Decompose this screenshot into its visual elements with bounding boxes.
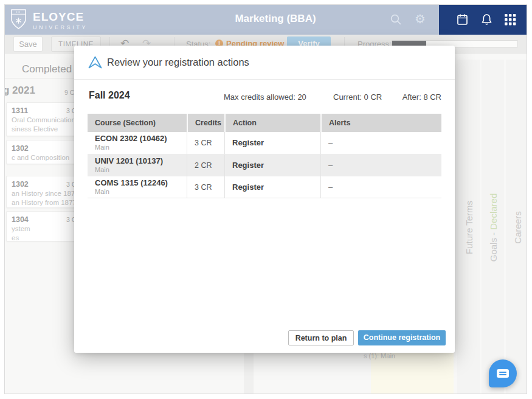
course-cell: COMS 1315 (12246) Main xyxy=(88,176,187,198)
col-header-alerts: Alerts xyxy=(320,114,441,132)
completed-section-heading: Completed xyxy=(22,63,72,75)
term-column-divider xyxy=(244,349,254,394)
course-cell: UNIV 1201 (10137) Main xyxy=(88,154,187,176)
shield-logo-icon xyxy=(10,8,27,33)
logo-text: ELOYCE UNIVERSITY xyxy=(33,11,88,30)
app-header: ELOYCE UNIVERSITY Marketing (BBA) ⚙ xyxy=(5,5,527,35)
goals-status-text: Declared xyxy=(488,193,498,229)
search-icon[interactable] xyxy=(389,13,402,29)
col-header-credits: Credits xyxy=(187,114,224,132)
course-code: UNIV 1201 (10137) xyxy=(95,156,187,166)
after-credits-stat: After: 8 CR xyxy=(402,92,441,102)
course-cell: ECON 2302 (10462) Main xyxy=(88,132,187,154)
table-row: COMS 1315 (12246) Main 3 CR Register – xyxy=(88,176,441,198)
course-text-fragment: s (1): Main xyxy=(364,352,395,359)
modal-divider xyxy=(74,79,455,80)
calendar-icon[interactable] xyxy=(456,13,469,29)
future-terms-label: Future Terms xyxy=(463,200,474,254)
logo-name: ELOYCE xyxy=(33,11,88,23)
bell-icon[interactable] xyxy=(480,13,494,29)
alerts-cell: – xyxy=(320,176,441,198)
chat-icon-line xyxy=(499,374,506,375)
careers-panel[interactable]: Careers xyxy=(506,60,527,394)
chat-message-icon xyxy=(497,369,509,378)
return-to-plan-button[interactable]: Return to plan xyxy=(288,330,354,345)
chat-icon-line xyxy=(499,372,506,373)
university-logo: ELOYCE UNIVERSITY xyxy=(10,8,88,33)
alerts-cell: – xyxy=(320,154,441,176)
chat-launcher-button[interactable] xyxy=(489,359,517,387)
modal-title: Review your registration actions xyxy=(107,57,249,68)
goals-separator: - xyxy=(488,229,498,237)
credits-cell: 3 CR xyxy=(187,132,224,154)
alerts-cell: – xyxy=(320,132,441,154)
app-window: Completed g 2021 9 C 1311 3 C Oral Commu… xyxy=(4,4,527,394)
term-credits-fragment: 9 C xyxy=(64,89,74,96)
gear-icon[interactable]: ⚙ xyxy=(415,12,426,26)
save-button[interactable]: Save xyxy=(13,36,43,52)
course-section: Main xyxy=(95,188,187,196)
grid-apps-icon[interactable] xyxy=(505,14,516,28)
logo-subtitle: UNIVERSITY xyxy=(33,24,88,30)
max-credits-stat: Max credits allowed: 20 xyxy=(224,92,306,102)
table-row: UNIV 1201 (10137) Main 2 CR Register – xyxy=(88,154,441,176)
term-title-fragment: g 2021 xyxy=(4,85,35,97)
app-triangle-logo-icon xyxy=(88,56,102,71)
goals-label: Goals - Declared xyxy=(488,193,498,262)
careers-label: Careers xyxy=(512,211,522,243)
goals-label-text: Goals xyxy=(488,238,498,262)
future-terms-panel[interactable]: Future Terms xyxy=(457,60,480,394)
continue-registration-button[interactable]: Continue registration xyxy=(358,330,446,345)
registration-review-modal: Review your registration actions Fall 20… xyxy=(74,46,455,353)
action-cell: Register xyxy=(224,154,320,176)
registration-actions-table: Course (Section) Credits Action Alerts E… xyxy=(88,114,441,198)
current-credits-stat: Current: 0 CR xyxy=(333,92,382,102)
course-code: ECON 2302 (10462) xyxy=(95,134,187,144)
course-section: Main xyxy=(95,144,187,151)
credits-cell: 2 CR xyxy=(187,154,224,176)
col-header-course: Course (Section) xyxy=(88,114,187,132)
action-cell: Register xyxy=(224,132,320,154)
goals-panel[interactable]: Goals - Declared xyxy=(482,60,504,394)
course-code: COMS 1315 (12246) xyxy=(95,178,187,188)
credits-cell: 3 CR xyxy=(187,176,224,198)
modal-term-title: Fall 2024 xyxy=(89,90,130,101)
table-row: ECON 2302 (10462) Main 3 CR Register – xyxy=(88,132,441,154)
action-cell: Register xyxy=(224,176,320,198)
table-header-row: Course (Section) Credits Action Alerts xyxy=(88,114,441,132)
course-section: Main xyxy=(95,166,187,174)
col-header-action: Action xyxy=(224,114,320,132)
page-title: Marketing (BBA) xyxy=(193,13,358,25)
